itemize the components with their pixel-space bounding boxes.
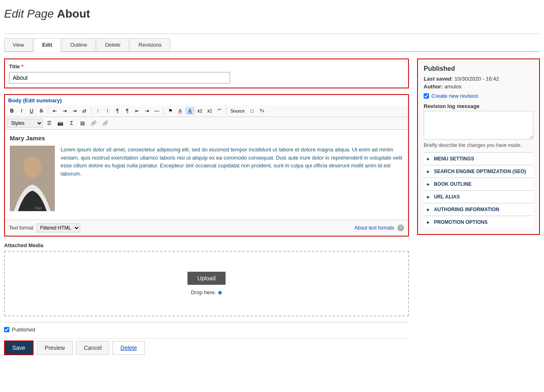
edit-summary-link[interactable]: (Edit summary) — [23, 97, 62, 104]
align-right-button[interactable]: ⇥ — [70, 107, 79, 115]
title-input[interactable] — [9, 72, 230, 83]
title-field-section: Title * — [4, 59, 409, 88]
bold-button[interactable]: B — [7, 107, 16, 115]
acc-label-promotion-options: PROMOTION OPTIONS — [434, 219, 488, 225]
accordion-item-authoring-info: ► AUTHORING INFORMATION — [424, 203, 533, 216]
revision-log-textarea[interactable] — [424, 111, 533, 140]
sidebar-last-saved: Last saved: 10/30/2020 - 16:42 — [424, 76, 533, 82]
body-label[interactable]: Body (Edit summary) — [5, 95, 408, 105]
editor-toolbar-row1: B I U S ⇤ ⇥ ⇥ ⇄ ⁝ ⁞ ¶ ¶ ⇤ ⇥ — ⚑ A A — [5, 105, 408, 117]
accordion-header-book-outline[interactable]: ► BOOK OUTLINE — [424, 178, 533, 190]
toolbar-sep3 — [163, 107, 164, 115]
hr-button[interactable]: — — [152, 107, 161, 115]
superscript-button[interactable]: x2 — [195, 107, 204, 115]
bullet-list-button[interactable]: ⁝ — [93, 107, 102, 115]
create-revision-wrapper: Create new revision — [424, 93, 533, 99]
upload-zone[interactable]: Upload Drop here. ◆ — [4, 251, 409, 316]
indent-button[interactable]: ⇥ — [142, 107, 151, 115]
svg-text:©yapi: ©yapi — [34, 207, 42, 210]
strikethrough-button[interactable]: S — [37, 107, 46, 115]
highlight-button[interactable]: A — [185, 107, 194, 115]
create-revision-label[interactable]: Create new revision — [431, 93, 479, 99]
accordion-header-url-alias[interactable]: ► URL ALIAS — [424, 191, 533, 203]
tab-delete[interactable]: Delete — [97, 38, 129, 51]
accordion-item-book-outline: ► BOOK OUTLINE — [424, 178, 533, 190]
accordion-item-seo: ► SEARCH ENGINE OPTIMIZATION (SEO) — [424, 165, 533, 178]
sidebar-author: Author: amulos — [424, 83, 533, 90]
published-checkbox[interactable] — [4, 327, 9, 332]
blockquote-btn1[interactable]: ¶ — [113, 107, 122, 115]
align-justify-button[interactable]: ⇄ — [80, 107, 89, 115]
create-revision-checkbox[interactable] — [424, 93, 429, 99]
tab-revisions[interactable]: Revisions — [130, 38, 170, 51]
accordion-item-url-alias: ► URL ALIAS — [424, 190, 533, 203]
svg-point-2 — [23, 156, 41, 178]
iframe-button[interactable]: ▤ — [78, 119, 87, 127]
italic-button[interactable]: I — [17, 107, 26, 115]
cancel-button[interactable]: Cancel — [76, 341, 110, 355]
tab-view[interactable]: View — [4, 38, 33, 51]
revision-log-label: Revision log message — [424, 103, 533, 109]
text-format-select[interactable]: Filtered HTML Full HTML Plain text — [36, 223, 80, 232]
acc-arrow-book-outline: ► — [426, 182, 431, 187]
accordion-header-seo[interactable]: ► SEARCH ENGINE OPTIMIZATION (SEO) — [424, 165, 533, 178]
attached-media-label: Attached Media — [4, 242, 409, 248]
acc-label-authoring-info: AUTHORING INFORMATION — [434, 207, 499, 212]
editor-content-block: ©yapi Lorem ipsum dolor sit amet, consec… — [10, 146, 403, 211]
acc-arrow-promotion-options: ► — [426, 220, 431, 225]
font-color-button[interactable]: A — [176, 107, 185, 115]
image-button[interactable]: 📷 — [55, 119, 65, 127]
acc-arrow-menu-settings: ► — [426, 156, 431, 161]
help-icon[interactable]: ? — [397, 225, 404, 231]
outdent-button[interactable]: ⇤ — [133, 107, 142, 115]
tab-bar: View Edit Outline Delete Revisions — [4, 38, 540, 52]
form-actions: Save Preview Cancel Delete — [4, 338, 409, 355]
author-value: amulos — [445, 83, 462, 90]
acc-arrow-url-alias: ► — [426, 194, 431, 199]
about-formats-link[interactable]: About text formats — [354, 225, 394, 231]
preview-button[interactable]: Preview — [37, 341, 73, 355]
toolbar-sep2 — [91, 107, 91, 115]
numbered-list-button[interactable]: ⁞ — [103, 107, 112, 115]
drop-here-text: Drop here. ◆ — [191, 289, 222, 295]
table-button[interactable]: ☰ — [45, 119, 54, 127]
body-field-section: Body (Edit summary) B I U S ⇤ ⇥ ⇥ ⇄ ⁝ ⁞ … — [4, 94, 409, 237]
divider — [4, 322, 409, 322]
flag-button[interactable]: ⚑ — [166, 107, 175, 115]
accordion-header-authoring-info[interactable]: ► AUTHORING INFORMATION — [424, 203, 533, 216]
maximize-button[interactable]: □ — [248, 107, 257, 115]
accordion-item-menu-settings: ► MENU SETTINGS — [424, 152, 533, 165]
upload-button[interactable]: Upload — [187, 272, 225, 285]
styles-select[interactable]: Styles Paragraph Heading 1 Heading 2 Hea… — [7, 119, 43, 128]
published-label[interactable]: Published — [12, 327, 35, 333]
required-marker: * — [21, 63, 23, 70]
title-label: Title * — [9, 63, 404, 70]
source-button[interactable]: Source — [228, 107, 247, 115]
remove-format-button[interactable]: Tx — [257, 107, 266, 115]
acc-arrow-seo: ► — [426, 169, 431, 174]
accordion-header-promotion-options[interactable]: ► PROMOTION OPTIONS — [424, 216, 533, 228]
underline-button[interactable]: U — [27, 107, 36, 115]
paragraph-button[interactable]: ¶ — [123, 107, 132, 115]
align-left-button[interactable]: ⇤ — [50, 107, 59, 115]
editor-text: Lorem ipsum dolor sit amet, consectetur … — [61, 146, 403, 211]
page-title-name: About — [57, 7, 90, 20]
sidebar-panel-title: Published — [424, 65, 533, 72]
subscript-button[interactable]: x2 — [205, 107, 214, 115]
page-title-container: Edit Page About — [4, 4, 540, 34]
link-button[interactable]: 🔗 — [88, 119, 99, 127]
acc-arrow-authoring-info: ► — [426, 207, 431, 212]
editor-image: ©yapi — [10, 146, 55, 211]
unlink-button[interactable]: 🔗 — [100, 119, 111, 127]
delete-button[interactable]: Delete — [113, 341, 144, 355]
tab-outline[interactable]: Outline — [62, 38, 96, 51]
acc-label-book-outline: BOOK OUTLINE — [434, 181, 472, 187]
sigma-button[interactable]: Σ — [67, 119, 76, 127]
save-button[interactable]: Save — [4, 340, 34, 355]
blockquote-btn2[interactable]: “” — [215, 107, 224, 115]
tab-edit[interactable]: Edit — [34, 38, 61, 52]
accordion-header-menu-settings[interactable]: ► MENU SETTINGS — [424, 153, 533, 165]
align-center-button[interactable]: ⇥ — [60, 107, 69, 115]
accordion-item-promotion-options: ► PROMOTION OPTIONS — [424, 216, 533, 228]
editor-body[interactable]: Mary James ©yapi Lorem ipsum dolor sit a… — [5, 130, 408, 220]
